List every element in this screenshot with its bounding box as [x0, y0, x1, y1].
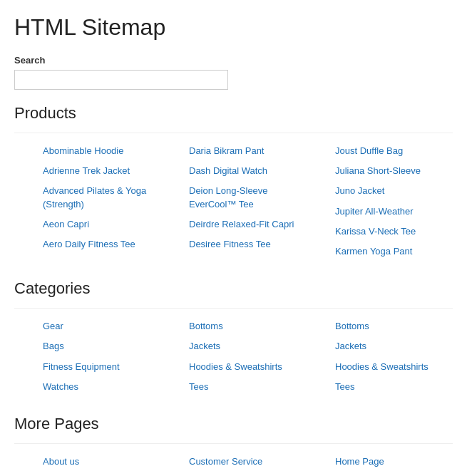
- categories-section: Categories GearBagsFitness EquipmentWatc…: [14, 279, 453, 400]
- list-item[interactable]: Abominable Hoodie: [43, 145, 160, 157]
- products-col1: Abominable HoodieAdrienne Trek JacketAdv…: [14, 145, 160, 265]
- list-item[interactable]: Bottoms: [335, 320, 453, 333]
- list-item[interactable]: Adrienne Trek Jacket: [43, 165, 160, 177]
- categories-divider: [14, 308, 453, 309]
- list-item[interactable]: Deion Long-Sleeve EverCool™ Tee: [189, 185, 307, 210]
- list-item[interactable]: Bottoms: [189, 320, 307, 333]
- products-heading: Products: [14, 104, 453, 123]
- more-pages-col1: About us: [14, 455, 160, 475]
- list-item[interactable]: Tees: [335, 381, 453, 393]
- products-col2: Daria Bikram PantDash Digital WatchDeion…: [160, 145, 307, 265]
- list-item[interactable]: Aeon Capri: [43, 218, 160, 231]
- list-item[interactable]: Customer Service: [189, 455, 307, 468]
- categories-heading: Categories: [14, 279, 453, 298]
- products-section: Products Abominable HoodieAdrienne Trek …: [14, 104, 453, 265]
- list-item[interactable]: Desiree Fitness Tee: [189, 238, 307, 251]
- search-input[interactable]: [14, 70, 228, 90]
- list-item[interactable]: Watches: [43, 381, 160, 393]
- search-label: Search: [14, 55, 453, 66]
- products-divider: [14, 133, 453, 133]
- list-item[interactable]: Fitness Equipment: [43, 361, 160, 373]
- list-item[interactable]: Karmen Yoga Pant: [335, 245, 453, 258]
- products-col3: Joust Duffle BagJuliana Short-SleeveJuno…: [307, 145, 453, 265]
- list-item[interactable]: Advanced Pilates & Yoga (Strength): [43, 185, 160, 210]
- list-item[interactable]: Juliana Short-Sleeve: [335, 165, 453, 177]
- list-item[interactable]: About us: [43, 455, 160, 468]
- list-item[interactable]: Hoodies & Sweatshirts: [335, 361, 453, 373]
- list-item[interactable]: Jupiter All-Weather: [335, 205, 453, 218]
- more-pages-section: More Pages About us Customer Service Hom…: [14, 415, 453, 475]
- more-pages-divider: [14, 443, 453, 444]
- list-item[interactable]: Daria Bikram Pant: [189, 145, 307, 157]
- list-item[interactable]: Gear: [43, 320, 160, 333]
- categories-col3: BottomsJacketsHoodies & SweatshirtsTees: [307, 320, 453, 400]
- list-item[interactable]: Jackets: [189, 340, 307, 353]
- categories-col2: BottomsJacketsHoodies & SweatshirtsTees: [160, 320, 307, 400]
- list-item[interactable]: Hoodies & Sweatshirts: [189, 361, 307, 373]
- products-columns: Abominable HoodieAdrienne Trek JacketAdv…: [14, 145, 453, 265]
- list-item[interactable]: Joust Duffle Bag: [335, 145, 453, 157]
- list-item[interactable]: Juno Jacket: [335, 185, 453, 197]
- list-item[interactable]: Karissa V-Neck Tee: [335, 225, 453, 238]
- list-item[interactable]: Dash Digital Watch: [189, 165, 307, 177]
- categories-col1: GearBagsFitness EquipmentWatches: [14, 320, 160, 400]
- page-title: HTML Sitemap: [14, 14, 453, 41]
- list-item[interactable]: Home Page: [335, 455, 453, 468]
- list-item[interactable]: Jackets: [335, 340, 453, 353]
- more-pages-col2: Customer Service: [160, 455, 307, 475]
- list-item[interactable]: Tees: [189, 381, 307, 393]
- more-pages-heading: More Pages: [14, 415, 453, 433]
- more-pages-col3: Home Page: [307, 455, 453, 475]
- list-item[interactable]: Deirdre Relaxed-Fit Capri: [189, 218, 307, 231]
- list-item[interactable]: Bags: [43, 340, 160, 353]
- categories-columns: GearBagsFitness EquipmentWatches Bottoms…: [14, 320, 453, 400]
- list-item[interactable]: Aero Daily Fitness Tee: [43, 238, 160, 251]
- more-pages-columns: About us Customer Service Home Page: [14, 455, 453, 475]
